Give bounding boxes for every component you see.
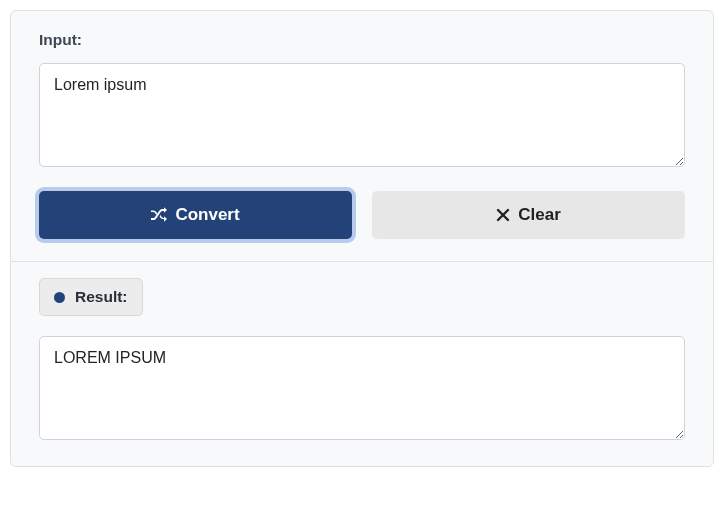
result-textarea[interactable]: [39, 336, 685, 440]
input-section: Input: Convert Clear: [11, 11, 713, 262]
result-label: Result:: [75, 288, 128, 306]
result-badge: Result:: [39, 278, 143, 316]
converter-card: Input: Convert Clear: [10, 10, 714, 467]
input-textarea[interactable]: [39, 63, 685, 167]
button-row: Convert Clear: [39, 191, 685, 239]
input-label: Input:: [39, 31, 685, 49]
clear-button-label: Clear: [518, 205, 561, 225]
convert-button-label: Convert: [175, 205, 239, 225]
result-section: Result:: [11, 262, 713, 466]
convert-button[interactable]: Convert: [39, 191, 352, 239]
close-icon: [496, 208, 510, 222]
shuffle-icon: [151, 207, 167, 223]
circle-icon: [54, 292, 65, 303]
clear-button[interactable]: Clear: [372, 191, 685, 239]
